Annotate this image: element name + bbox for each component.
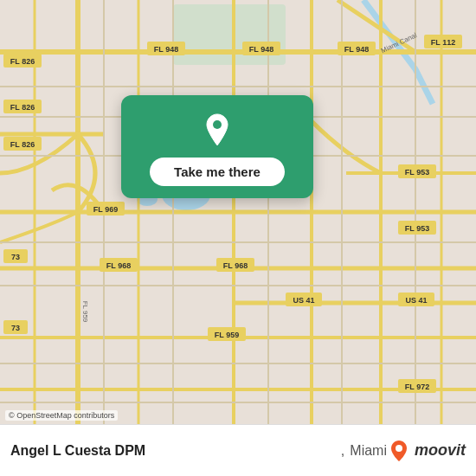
location-name: Angel L Cuesta DPM [10,443,339,459]
svg-text:FL 953: FL 953 [405,168,429,177]
moovit-pin-icon [387,439,411,463]
svg-text:73: 73 [11,324,20,332]
map-svg: FL 826 FL 826 FL 826 FL 948 FL 948 FL 94… [0,0,476,424]
location-city: Miami [350,443,387,459]
take-me-there-button[interactable]: Take me there [150,158,285,186]
svg-text:FL 968: FL 968 [223,261,248,270]
location-pin-icon [198,111,236,149]
separator: , [341,443,344,459]
svg-text:FL 112: FL 112 [431,38,455,47]
svg-text:FL 948: FL 948 [344,45,369,54]
svg-text:FL 948: FL 948 [249,45,273,54]
location-popup: Take me there [121,95,313,198]
svg-text:US 41: US 41 [405,296,427,305]
moovit-logo: moovit [387,439,466,463]
map-view: FL 826 FL 826 FL 826 FL 948 FL 948 FL 94… [0,0,476,424]
svg-text:US 41: US 41 [293,296,314,305]
svg-text:FL 826: FL 826 [10,140,35,149]
svg-text:FL 969: FL 969 [93,205,118,214]
svg-text:FL 826: FL 826 [10,103,35,112]
svg-text:FL 953: FL 953 [405,224,429,233]
svg-text:73: 73 [11,253,20,261]
svg-text:FL 826: FL 826 [10,57,35,66]
svg-text:FL 948: FL 948 [154,45,178,54]
moovit-brand-text: moovit [415,441,466,460]
osm-credit: © OpenStreetMap contributors [5,410,118,421]
svg-point-72 [396,445,402,452]
svg-text:FL 968: FL 968 [106,261,131,270]
svg-text:FL 959: FL 959 [215,331,239,339]
svg-text:FL 959: FL 959 [81,301,89,323]
svg-point-71 [213,120,222,129]
bottom-bar: Angel L Cuesta DPM , Miami moovit [0,424,476,476]
svg-text:FL 972: FL 972 [405,383,429,391]
